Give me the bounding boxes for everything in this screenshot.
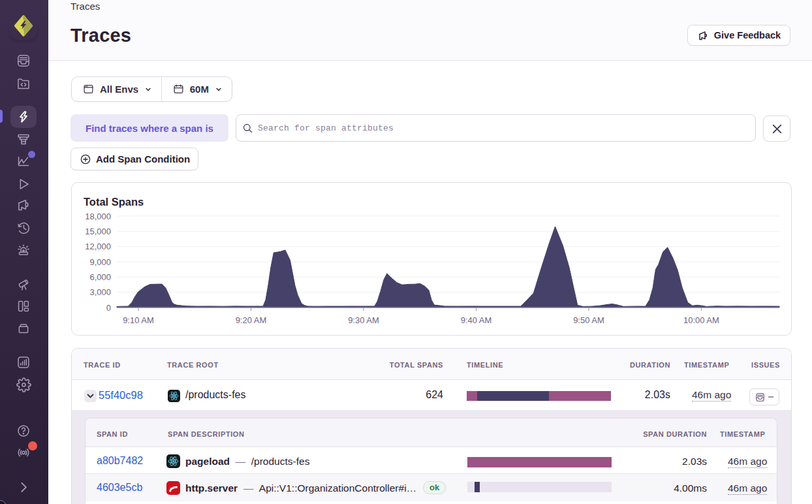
svg-text:9:10 AM: 9:10 AM xyxy=(123,315,154,325)
svg-text:0: 0 xyxy=(106,303,111,313)
svg-text:9:40 AM: 9:40 AM xyxy=(461,315,492,325)
svg-text:9,000: 9,000 xyxy=(89,257,111,267)
svg-text:6,000: 6,000 xyxy=(89,272,111,282)
svg-text:15,000: 15,000 xyxy=(85,227,111,236)
svg-text:9:50 AM: 9:50 AM xyxy=(573,315,604,325)
svg-text:9:30 AM: 9:30 AM xyxy=(348,315,379,325)
svg-text:3,000: 3,000 xyxy=(89,287,111,297)
svg-text:18,000: 18,000 xyxy=(85,212,111,221)
svg-text:10:00 AM: 10:00 AM xyxy=(683,315,719,325)
svg-text:12,000: 12,000 xyxy=(85,242,111,251)
svg-text:9:20 AM: 9:20 AM xyxy=(236,315,267,325)
